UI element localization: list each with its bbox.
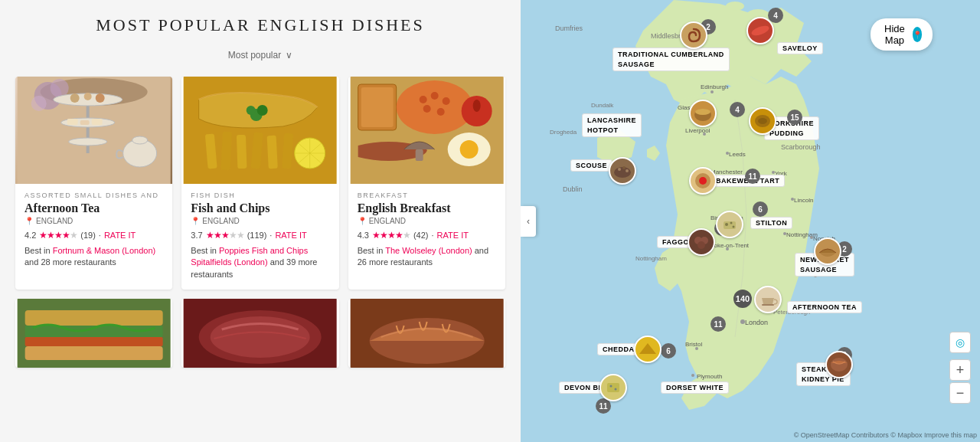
dish-card-image-fish-chips	[181, 77, 338, 184]
dish-card-english-breakfast: BREAKFAST English Breakfast 📍 ENGLAND 4.…	[348, 77, 505, 290]
map-label-afternoon-tea: AFTERNOON TEA	[787, 301, 862, 313]
svg-point-34	[442, 97, 449, 105]
svg-point-32	[419, 96, 426, 103]
svg-rect-126	[607, 383, 619, 392]
svg-point-33	[430, 92, 438, 100]
dish-name-english-breakfast: English Breakfast	[358, 201, 496, 215]
svg-rect-41	[415, 149, 423, 161]
dish-category-english-breakfast: BREAKFAST	[358, 192, 496, 199]
stars-afternoon-tea: ★★★★★	[39, 230, 77, 241]
rating-row-english-breakfast: 4.3 ★★★★★ (42) · RATE IT	[358, 230, 496, 241]
rate-it-afternoon-tea[interactable]: RATE IT	[104, 231, 136, 240]
best-in-fish-chips: Best in Poppies Fish and Chips Spitalfie…	[191, 245, 329, 280]
food-icon-newmarket	[814, 237, 841, 265]
map-counter-6-stoke: 6	[753, 201, 768, 217]
svg-point-128	[615, 388, 617, 391]
svg-text:Drogheda: Drogheda	[550, 129, 577, 136]
zoom-in-button[interactable]: +	[949, 359, 971, 381]
svg-rect-20	[237, 135, 247, 169]
sort-dropdown[interactable]: Most popular ∨	[228, 50, 292, 61]
svg-point-38	[459, 140, 478, 159]
svg-rect-46	[25, 346, 163, 360]
dish-card-body-afternoon-tea: ASSORTED SMALL DISHES AND Afternoon Tea …	[15, 184, 172, 278]
map-counter-6-cheddar: 6	[661, 343, 676, 359]
map-counter-140: 140	[733, 290, 752, 308]
svg-point-85	[691, 374, 694, 377]
dish-card-fish-chips: FISH DISH Fish and Chips 📍 ENGLAND 3.7 ★…	[181, 77, 338, 290]
svg-text:London: London	[745, 319, 768, 326]
svg-point-11	[96, 93, 105, 103]
svg-point-115	[730, 222, 733, 224]
food-icon-saveloy	[746, 17, 774, 44]
bottom-card-sandwich	[15, 299, 172, 368]
map-counter-15: 15	[787, 110, 802, 125]
page-title: MOST POPULAR ENGLISH DISHES	[15, 15, 505, 35]
svg-text:Scarborough: Scarborough	[781, 143, 821, 151]
food-icon-cumberland	[680, 21, 707, 49]
map-label-scouse: SCOUSE	[570, 159, 612, 172]
dish-card-body-fish-chips: FISH DISH Fish and Chips 📍 ENGLAND 3.7 ★…	[181, 184, 338, 290]
food-icon-bakewell	[689, 167, 717, 195]
svg-text:Leeds: Leeds	[729, 151, 746, 158]
dish-name-fish-chips: Fish and Chips	[191, 201, 329, 215]
pin-icon-3: 📍	[358, 217, 367, 225]
chevron-down-icon: ∨	[286, 50, 292, 61]
stars-fish-chips: ★★★★★	[206, 230, 244, 241]
bottom-cards-row	[15, 299, 505, 368]
svg-point-10	[84, 93, 92, 100]
map-label-dorset-white: DORSET WHITE	[661, 381, 729, 394]
svg-point-27	[247, 106, 256, 115]
rate-it-english-breakfast[interactable]: RATE IT	[437, 231, 469, 240]
svg-point-127	[610, 385, 612, 388]
map-label-stilton: STILTON	[750, 217, 792, 229]
map-attribution: © OpenStreetMap Contributors © Mapbox Im…	[794, 431, 977, 439]
food-icon-yorkshire	[749, 107, 776, 135]
map-zoom-controls: ◎ + −	[949, 332, 971, 404]
pin-icon-2: 📍	[191, 217, 200, 225]
best-in-link-english-breakfast[interactable]: The Wolseley (London)	[385, 246, 472, 255]
svg-point-108	[626, 169, 629, 172]
svg-rect-123	[762, 304, 774, 306]
svg-point-105	[614, 167, 631, 178]
svg-point-31	[396, 80, 472, 134]
svg-point-120	[697, 241, 705, 249]
svg-text:Dumfries: Dumfries	[555, 25, 583, 32]
bottom-card-dessert	[348, 299, 505, 368]
map-label-cumberland: TRADITIONAL CUMBERLANDSAUSAGE	[612, 47, 730, 71]
svg-point-106	[618, 168, 621, 171]
food-icon-lancashire	[689, 100, 717, 127]
stars-english-breakfast: ★★★★★	[372, 230, 410, 241]
hide-map-button[interactable]: Hide Map 📍	[871, 18, 933, 51]
svg-text:Nottingham: Nottingham	[635, 255, 667, 262]
svg-point-107	[622, 166, 626, 169]
zoom-out-button[interactable]: −	[949, 382, 971, 404]
map-counter-4-lancashire: 4	[730, 102, 745, 117]
svg-point-36	[436, 108, 444, 116]
hide-map-label: Hide Map	[881, 23, 907, 46]
dish-category-afternoon-tea: ASSORTED SMALL DISHES AND	[24, 192, 163, 199]
best-in-link-fish-chips[interactable]: Poppies Fish and Chips Spitalfields (Lon…	[191, 246, 308, 267]
food-icon-stilton	[716, 211, 743, 238]
svg-point-16	[132, 136, 148, 144]
food-icon-afternoon-tea-map	[754, 286, 782, 313]
svg-point-9	[70, 93, 80, 103]
map-location-button[interactable]: ◎	[949, 332, 971, 353]
best-in-english-breakfast: Best in The Wolseley (London) and 26 mor…	[358, 245, 496, 269]
dish-location-afternoon-tea: 📍 ENGLAND	[24, 217, 163, 225]
best-in-link-afternoon-tea[interactable]: Fortnum & Mason (London)	[53, 246, 156, 255]
rate-it-fish-chips[interactable]: RATE IT	[275, 231, 306, 240]
food-icon-steak-kidney	[825, 351, 853, 378]
map-label-lancashire: LANCASHIREHOTPOT	[582, 113, 642, 137]
svg-rect-13	[80, 120, 90, 125]
svg-point-114	[725, 223, 728, 226]
dish-location-fish-chips: 📍 ENGLAND	[191, 217, 329, 225]
svg-point-65	[710, 90, 714, 93]
svg-point-40	[472, 100, 480, 112]
dish-card-afternoon-tea: ASSORTED SMALL DISHES AND Afternoon Tea …	[15, 77, 172, 290]
svg-rect-30	[361, 87, 393, 127]
svg-point-54	[726, 2, 744, 11]
dish-card-image-afternoon-tea	[15, 77, 172, 184]
cards-grid: ASSORTED SMALL DISHES AND Afternoon Tea …	[15, 77, 505, 290]
svg-point-26	[257, 105, 268, 116]
map-collapse-button[interactable]: ‹	[521, 206, 536, 237]
